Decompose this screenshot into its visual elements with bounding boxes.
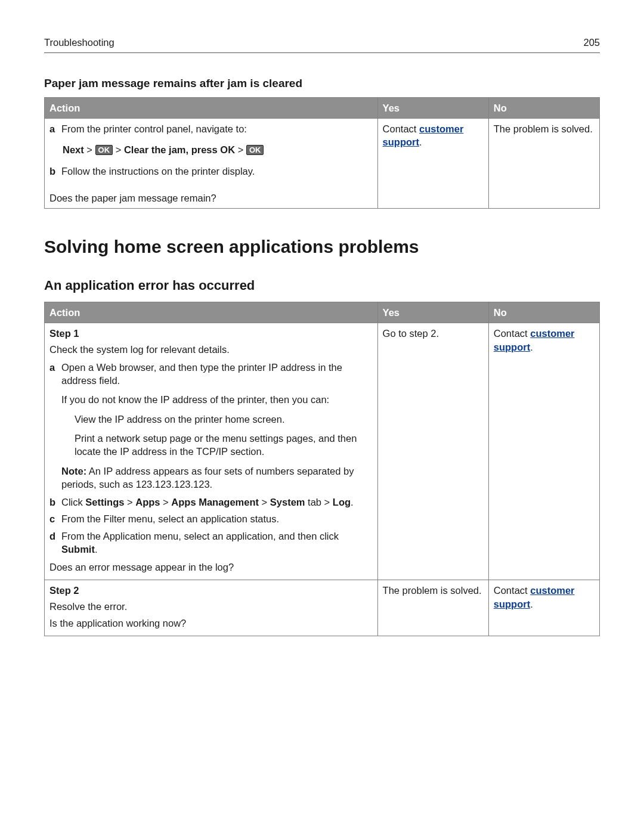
cell-action: Step 1 Check the system log for relevant…	[45, 323, 378, 580]
th-no: No	[488, 97, 599, 118]
b-apps: Apps	[135, 497, 160, 507]
nav-clear: Clear the jam, press OK	[124, 144, 235, 155]
b-post: .	[351, 497, 354, 507]
b-settings: Settings	[85, 497, 124, 507]
step-intro: Check the system log for relevant detail…	[49, 343, 373, 356]
ok-button-icon: OK	[246, 145, 264, 155]
cell-yes: Go to step 2.	[377, 323, 488, 580]
step-d: From the Application menu, select an app…	[61, 529, 373, 556]
cell-no: The problem is solved.	[488, 119, 599, 209]
list-letter-a: a	[49, 122, 61, 135]
d-submit: Submit	[61, 544, 95, 555]
d-post: .	[95, 544, 98, 555]
th-yes: Yes	[377, 302, 488, 323]
step-c: From the Filter menu, select an applicat…	[61, 512, 373, 525]
th-action: Action	[45, 302, 378, 323]
step-label: Step 2	[49, 584, 373, 597]
question-text: Does the paper jam message remain?	[49, 191, 373, 205]
cell-action: a From the printer control panel, naviga…	[45, 119, 378, 209]
cell-no: Contact customer support.	[488, 580, 599, 636]
no-pre: Contact	[494, 328, 530, 339]
b-apps-mgmt: Apps Management	[171, 497, 259, 507]
b-sep: >	[124, 497, 135, 507]
section-title-paper-jam: Paper jam message remains after jam is c…	[44, 76, 600, 91]
b-system: System	[270, 497, 305, 507]
page-number: 205	[583, 36, 600, 49]
navigation-path: Next > OK > Clear the jam, press OK > OK	[63, 140, 373, 160]
page-container: Troubleshooting 205 Paper jam message re…	[0, 0, 644, 665]
step-a: Open a Web browser, and then type the pr…	[61, 361, 373, 492]
page-header: Troubleshooting 205	[44, 36, 600, 53]
table-header-row: Action Yes No	[45, 97, 600, 118]
cell-yes: Contact customer support.	[377, 119, 488, 209]
yes-post: .	[419, 137, 422, 147]
cell-no: Contact customer support.	[488, 323, 599, 580]
cell-action: Step 2 Resolve the error. Is the applica…	[45, 580, 378, 636]
paper-jam-table: Action Yes No a From the printer control…	[44, 97, 600, 209]
list-letter-c: c	[49, 512, 61, 525]
question-text: Is the application working now?	[49, 617, 373, 630]
th-yes: Yes	[377, 97, 488, 118]
nav-next: Next	[63, 144, 84, 155]
th-no: No	[488, 302, 599, 323]
step-a-opt1: View the IP address on the printer home …	[61, 413, 373, 426]
d-pre: From the Application menu, select an app…	[61, 531, 339, 541]
list-letter-d: d	[49, 529, 61, 556]
step-b: Click Settings > Apps > Apps Management …	[61, 496, 373, 509]
main-heading: Solving home screen applications problem…	[44, 235, 600, 259]
table-row: Step 1 Check the system log for relevant…	[45, 323, 600, 580]
step-a-text: From the printer control panel, navigate…	[61, 122, 373, 135]
b-log: Log	[333, 497, 351, 507]
step-label: Step 1	[49, 327, 373, 340]
b-sep: >	[160, 497, 172, 507]
no-post: .	[530, 342, 533, 352]
table-row: a From the printer control panel, naviga…	[45, 119, 600, 209]
b-tab: tab >	[305, 497, 333, 507]
b-sep: >	[259, 497, 270, 507]
nav-sep: >	[113, 144, 124, 155]
step-a-if: If you do not know the IP address of the…	[61, 393, 373, 406]
list-letter-a: a	[49, 361, 61, 492]
application-error-table: Action Yes No Step 1 Check the system lo…	[44, 302, 600, 636]
ok-button-icon: OK	[95, 145, 113, 155]
th-action: Action	[45, 97, 378, 118]
step-intro: Resolve the error.	[49, 600, 373, 613]
nav-sep: >	[235, 144, 246, 155]
list-letter-b: b	[49, 496, 61, 509]
sub-heading: An application error has occurred	[44, 277, 600, 295]
step-a-main: Open a Web browser, and then type the pr…	[61, 362, 342, 386]
nav-sep: >	[84, 144, 95, 155]
question-text: Does an error message appear in the log?	[49, 561, 373, 574]
list-letter-b: b	[49, 165, 61, 178]
table-header-row: Action Yes No	[45, 302, 600, 323]
cell-yes: The problem is solved.	[377, 580, 488, 636]
step-b-text: Follow the instructions on the printer d…	[61, 165, 373, 178]
note-label: Note:	[61, 466, 86, 476]
yes-pre: Contact	[383, 123, 419, 134]
header-left: Troubleshooting	[44, 36, 114, 49]
step-a-opt2: Print a network setup page or the menu s…	[61, 432, 373, 459]
note-text: An IP address appears as four sets of nu…	[61, 466, 354, 490]
b-pre: Click	[61, 497, 85, 507]
no-post: .	[530, 599, 533, 609]
table-row: Step 2 Resolve the error. Is the applica…	[45, 580, 600, 636]
no-pre: Contact	[494, 585, 530, 596]
